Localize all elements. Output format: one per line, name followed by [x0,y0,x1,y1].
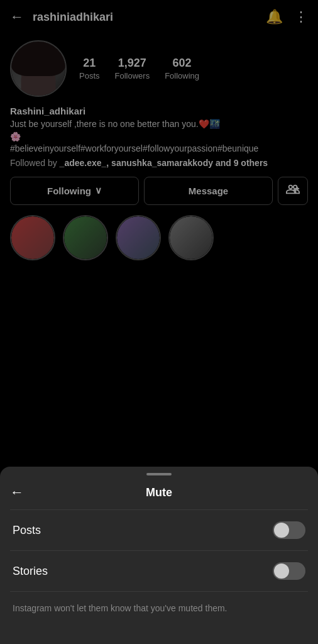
posts-toggle-label: Posts [13,524,41,537]
posts-toggle[interactable] [273,521,305,539]
stories-toggle-knob [274,564,289,579]
mute-info-text: Instagram won't let them know that you'v… [0,592,318,625]
sheet-back-button[interactable]: ← [10,484,24,501]
stories-toggle-label: Stories [13,565,48,578]
sheet-header: ← Mute [0,475,318,509]
posts-toggle-row: Posts [0,510,318,550]
posts-toggle-knob [274,523,289,538]
mute-bottom-sheet: ← Mute Posts Stories Instagram won't let… [0,467,318,644]
stories-toggle-row: Stories [0,551,318,591]
stories-toggle[interactable] [273,562,305,580]
sheet-title: Mute [30,486,288,499]
